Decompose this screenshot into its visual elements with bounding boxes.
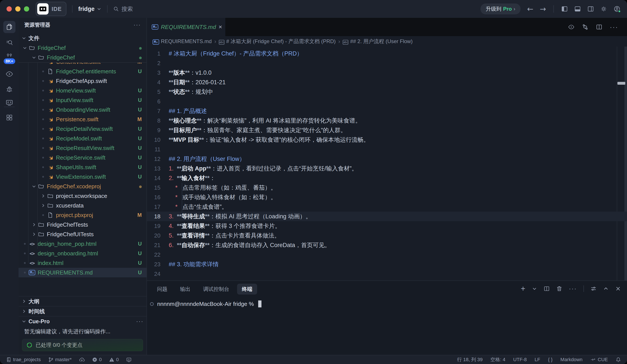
code-line-12[interactable]: 12## 2. 用户流程（User Flow） bbox=[147, 154, 627, 164]
code-editor[interactable]: 1# 冰箱大厨（Fridge Chef）- 产品需求文档（PRD）23**版本*… bbox=[147, 47, 627, 280]
account-avatar[interactable] bbox=[614, 5, 621, 12]
panel-tab-输出[interactable]: 输出 bbox=[175, 284, 195, 295]
terminal-dropdown-icon[interactable] bbox=[532, 286, 537, 291]
tree-item-RecipeModel.swift[interactable]: RecipeModel.swiftU bbox=[18, 134, 147, 143]
code-line-7[interactable]: 7## 1. 产品概述 bbox=[147, 106, 627, 116]
status-right-Markdown[interactable]: Markdown bbox=[560, 357, 582, 363]
tree-item-FridgeChefApp.swift[interactable]: FridgeChefApp.swift bbox=[18, 76, 147, 86]
tree-item-REQUIREMENTS.md[interactable]: M↓REQUIREMENTS.mdU bbox=[18, 268, 147, 277]
status-left-trae_projects[interactable]: trae_projects bbox=[6, 357, 41, 363]
split-editor-icon[interactable] bbox=[596, 24, 602, 30]
toggle-bottom-panel-button[interactable] bbox=[574, 6, 581, 12]
tree-item-FridgeChefTests[interactable]: FridgeChefTests bbox=[18, 220, 147, 229]
code-line-1[interactable]: 1# 冰箱大厨（Fridge Chef）- 产品需求文档（PRD） bbox=[147, 49, 627, 58]
tree-item-Persistence.swift[interactable]: Persistence.swiftM bbox=[18, 114, 147, 124]
tree-item-FridgeChef[interactable]: FridgeChef bbox=[18, 53, 147, 62]
close-panel-icon[interactable] bbox=[615, 286, 621, 292]
preview-eye-icon[interactable] bbox=[568, 24, 575, 30]
status-left-0[interactable]: 0 bbox=[92, 357, 102, 363]
status-left-cloud-upload-icon[interactable] bbox=[79, 357, 85, 363]
tree-item-RecipeService.swift[interactable]: RecipeService.swiftU bbox=[18, 153, 147, 162]
cue-more-button[interactable]: ··· bbox=[136, 318, 144, 325]
tree-item-RecipeResultView.swift[interactable]: RecipeResultView.swiftU bbox=[18, 143, 147, 153]
status-right-{ }[interactable]: { } bbox=[548, 357, 553, 363]
tree-item-ViewExtension.swift[interactable]: ViewExtension.swiftU bbox=[18, 172, 147, 182]
status-left-master*[interactable]: master* bbox=[48, 357, 72, 363]
settings-gear-icon[interactable] bbox=[600, 6, 607, 12]
panel-layout-icon[interactable] bbox=[590, 286, 597, 292]
tree-item-design_home_pop.html[interactable]: <>design_home_pop.htmlU bbox=[18, 239, 147, 249]
minimize-window-button[interactable] bbox=[15, 6, 20, 11]
cue-progress-card[interactable]: 已处理 0/0 个变更点 bbox=[22, 339, 143, 351]
navigate-back-button[interactable]: ← bbox=[527, 4, 533, 13]
activity-item-preview[interactable] bbox=[3, 68, 15, 80]
code-line-3[interactable]: 3**版本**：v1.0.0 bbox=[147, 68, 627, 78]
maximize-panel-icon[interactable] bbox=[603, 286, 609, 292]
tree-item-index.html[interactable]: <>index.htmlU bbox=[18, 258, 147, 268]
upgrade-pro-button[interactable]: 升级到 Pro › bbox=[480, 3, 521, 14]
tree-item-ShapeUtils.swift[interactable]: ShapeUtils.swiftU bbox=[18, 162, 147, 172]
status-right-UTF-8[interactable]: UTF-8 bbox=[513, 357, 527, 363]
status-left-ports-icon[interactable] bbox=[126, 357, 132, 363]
activity-item-search[interactable] bbox=[3, 37, 15, 49]
tree-item-FridgeChef[interactable]: FridgeChef bbox=[18, 43, 147, 53]
split-terminal-icon[interactable] bbox=[544, 286, 550, 292]
tree-item-InputView.swift[interactable]: InputView.swiftU bbox=[18, 95, 147, 105]
close-window-button[interactable] bbox=[6, 6, 12, 11]
status-right-LF[interactable]: LF bbox=[535, 357, 540, 363]
tree-item-FridgeChef.entitlements[interactable]: FridgeChef.entitlementsU bbox=[18, 67, 147, 76]
panel-tab-调试控制台[interactable]: 调试控制台 bbox=[198, 284, 234, 295]
app-menu-button[interactable]: IDE bbox=[36, 2, 66, 16]
panel-more-actions-icon[interactable]: ··· bbox=[569, 285, 577, 292]
panel-tab-终端[interactable]: 终端 bbox=[237, 284, 257, 295]
code-line-5[interactable]: 5**状态**：规划中 bbox=[147, 87, 627, 97]
status-left-0[interactable]: 0 bbox=[109, 357, 119, 363]
activity-item-extensions-marketplace[interactable]: 8K+ bbox=[3, 51, 15, 63]
breadcrumb-item[interactable]: M↓REQUIREMENTS.md bbox=[153, 38, 211, 45]
code-line-17[interactable]: 17 * 点击“生成食谱”。 bbox=[147, 202, 627, 211]
tree-item-HomeView.swift[interactable]: HomeView.swiftU bbox=[18, 86, 147, 95]
activity-item-more-views[interactable] bbox=[3, 111, 15, 124]
code-line-6[interactable]: 6 bbox=[147, 97, 627, 106]
terminal-output[interactable]: nnnnm@nnnndeMacBook-Air fridge % bbox=[147, 295, 627, 308]
tree-item-project.xcworkspace[interactable]: project.xcworkspace bbox=[18, 191, 147, 201]
code-line-4[interactable]: 4**日期**：2026-01-21 bbox=[147, 78, 627, 87]
status-right-空格: 4[interactable]: 空格: 4 bbox=[490, 356, 505, 363]
toggle-left-panel-button[interactable] bbox=[561, 6, 568, 12]
status-right-CUE[interactable]: CUE bbox=[590, 357, 608, 363]
code-line-23[interactable]: 23## 3. 功能需求详情 bbox=[147, 260, 627, 269]
editor-more-actions-icon[interactable]: ··· bbox=[610, 23, 618, 31]
code-line-16[interactable]: 16 * 或手动输入特殊食材（如：松茸）。 bbox=[147, 193, 627, 202]
code-line-10[interactable]: 10**MVP 目标**：验证“输入食材 -> 获取食谱”的核心闭环，确保本地运… bbox=[147, 135, 627, 145]
tree-item-project.pbxproj[interactable]: project.pbxprojM bbox=[18, 210, 147, 220]
code-line-8[interactable]: 8**核心理念**：解决“剩菜烦恼”，利用 AI 将冰箱里的存货转化为美味食谱。 bbox=[147, 116, 627, 125]
status-right-行 18, 列 39[interactable]: 行 18, 列 39 bbox=[457, 356, 482, 363]
code-line-18[interactable]: 183. **等待生成**：模拟 AI 思考过程（Loading 动画）。 bbox=[147, 211, 627, 221]
code-line-21[interactable]: 216. **自动保存**：生成的食谱自动存入 CoreData，首页可见。 bbox=[147, 240, 627, 250]
timeline-section-header[interactable]: 时间线 bbox=[18, 306, 147, 316]
activity-item-debug[interactable] bbox=[3, 83, 15, 95]
tree-item-RecipeDetailView.swift[interactable]: RecipeDetailView.swiftU bbox=[18, 124, 147, 134]
code-line-14[interactable]: 142. **输入食材**： bbox=[147, 173, 627, 183]
code-line-15[interactable]: 15 * 点击常用标签（如：鸡蛋、番茄）。 bbox=[147, 183, 627, 193]
code-line-22[interactable]: 22 bbox=[147, 250, 627, 260]
code-line-20[interactable]: 205. **查看详情**：点击卡片查看具体做法。 bbox=[147, 231, 627, 240]
tree-item-design_onboarding.html[interactable]: <>design_onboarding.htmlU bbox=[18, 249, 147, 258]
files-section-header[interactable]: 文件 bbox=[18, 33, 147, 43]
code-line-9[interactable]: 9**目标用户**：独居青年、家庭主煮、需要快速决定“吃什么”的人群。 bbox=[147, 125, 627, 135]
global-search[interactable]: 搜索 bbox=[113, 5, 133, 13]
tree-item-FridgeChef.xcodeproj[interactable]: FridgeChef.xcodeproj bbox=[18, 182, 147, 191]
code-line-19[interactable]: 194. **查看结果**：获得 3 个推荐食谱卡片。 bbox=[147, 221, 627, 231]
tree-item-OnboardingView.swift[interactable]: OnboardingView.swiftU bbox=[18, 105, 147, 114]
tree-item-xcuserdata[interactable]: xcuserdata bbox=[18, 201, 147, 210]
activity-item-explorer[interactable] bbox=[3, 21, 15, 33]
panel-tab-问题[interactable]: 问题 bbox=[152, 284, 172, 295]
toggle-right-panel-button[interactable] bbox=[587, 6, 594, 12]
new-terminal-button[interactable]: + bbox=[521, 285, 525, 293]
diff-changes-icon[interactable] bbox=[582, 24, 588, 30]
outline-section-header[interactable]: 大纲 bbox=[18, 296, 147, 306]
zoom-window-button[interactable] bbox=[24, 6, 29, 11]
cue-pro-section-header[interactable]: Cue-Pro ··· bbox=[18, 316, 147, 326]
close-tab-icon[interactable]: × bbox=[218, 23, 222, 30]
navigate-forward-button[interactable]: → bbox=[540, 4, 546, 13]
